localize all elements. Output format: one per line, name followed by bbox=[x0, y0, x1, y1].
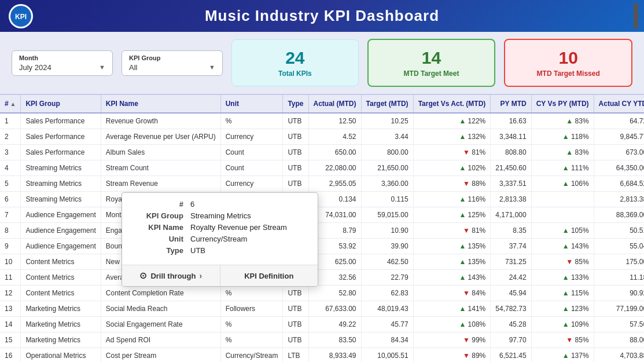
arrow-up-icon: ▲ bbox=[459, 211, 466, 219]
cell-actual-cy: 6,684.52 bbox=[594, 176, 644, 192]
cell-cy-vs-py: ▲ 123% bbox=[531, 301, 594, 317]
arrow-down-icon: ▼ bbox=[463, 289, 470, 297]
cell-target: 10,005.51 bbox=[361, 348, 413, 363]
kpi-group-label: KPI Group bbox=[129, 54, 215, 61]
cell-actual-cy: 673.00 bbox=[594, 145, 644, 160]
cell-actual-cy: 2,813.38 bbox=[594, 192, 644, 207]
kpi-definition-button[interactable]: KPI Definition bbox=[220, 265, 318, 286]
table-row[interactable]: 5 Streaming Metrics Stream Revenue Curre… bbox=[0, 176, 644, 192]
col-type[interactable]: Type bbox=[283, 95, 308, 113]
month-select[interactable]: July 2024 ▼ bbox=[19, 63, 105, 72]
kpi-group-select[interactable]: All ▼ bbox=[129, 63, 215, 72]
cell-cy-vs-py: ▲ 143% bbox=[531, 239, 594, 254]
arrow-up-icon: ▲ bbox=[459, 117, 466, 125]
table-row[interactable]: 12 Content Metrics Content Completion Ra… bbox=[0, 286, 644, 301]
table-row[interactable]: 9 Audience Engagement Bounce Rate % LTB … bbox=[0, 239, 644, 254]
col-actual-mtd[interactable]: Actual (MTD) bbox=[308, 95, 361, 113]
cell-tvsa: ▲ 125% bbox=[413, 207, 491, 223]
cell-cy-vs-py: ▲ 137% bbox=[531, 348, 594, 363]
page-title: Music Industry KPI Dashboard bbox=[205, 7, 439, 25]
table-row[interactable]: 11 Content Metrics Average Play Time per… bbox=[0, 270, 644, 286]
cell-target: 59,015.00 bbox=[361, 207, 413, 223]
cell-tvsa: ▼ 81% bbox=[413, 223, 491, 239]
cell-actual-cy: 64,350.00 bbox=[594, 160, 644, 176]
table-row[interactable]: 1 Sales Performance Revenue Growth % UTB… bbox=[0, 113, 644, 129]
mtd-missed-label: MTD Target Missed bbox=[517, 70, 620, 78]
table-row[interactable]: 3 Sales Performance Album Sales Count UT… bbox=[0, 145, 644, 160]
cell-actual-cy: 88,369.00 bbox=[594, 207, 644, 223]
cell-num: 14 bbox=[0, 317, 21, 332]
arrow-down-icon: ▼ bbox=[566, 258, 573, 266]
month-value: July 2024 bbox=[19, 63, 51, 72]
cell-group: Marketing Metrics bbox=[21, 332, 101, 348]
col-kpi-group[interactable]: KPI Group bbox=[21, 95, 101, 113]
table-row[interactable]: 4 Streaming Metrics Stream Count Count U… bbox=[0, 160, 644, 176]
arrow-up-icon: ▲ bbox=[562, 164, 569, 172]
col-py-mtd[interactable]: PY MTD bbox=[491, 95, 531, 113]
table-row[interactable]: 15 Marketing Metrics Ad Spend ROI % UTB … bbox=[0, 332, 644, 348]
table-row[interactable]: 14 Marketing Metrics Social Engagement R… bbox=[0, 317, 644, 332]
cell-type: UTB bbox=[283, 176, 308, 192]
arrow-up-icon: ▲ bbox=[459, 273, 466, 281]
cell-type: UTB bbox=[283, 129, 308, 145]
month-label: Month bbox=[19, 54, 105, 61]
cell-cy-vs-py: ▲ 118% bbox=[531, 129, 594, 145]
arrow-up-icon: ▲ bbox=[459, 242, 466, 250]
arrow-up-icon: ▲ bbox=[566, 148, 573, 156]
tooltip-type-val: UTB bbox=[190, 246, 205, 255]
arrow-up-icon: ▲ bbox=[566, 117, 573, 125]
cell-unit: Currency bbox=[220, 129, 283, 145]
arrow-down-icon: ▼ bbox=[463, 180, 470, 188]
tooltip-row-type: Type UTB bbox=[131, 246, 308, 255]
col-num[interactable]: # ▲ bbox=[0, 95, 21, 113]
cell-unit: Count bbox=[220, 160, 283, 176]
cell-py-mtd: 97.70 bbox=[491, 332, 531, 348]
col-unit[interactable]: Unit bbox=[220, 95, 283, 113]
cell-num: 10 bbox=[0, 254, 21, 270]
col-cy-vs-py[interactable]: CY Vs PY (MTD) bbox=[531, 95, 594, 113]
col-target-vs-act[interactable]: Target Vs Act. (MTD) bbox=[413, 95, 491, 113]
cell-cy-vs-py: ▲ 111% bbox=[531, 160, 594, 176]
arrow-up-icon: ▲ bbox=[562, 180, 569, 188]
cell-group: Streaming Metrics bbox=[21, 192, 101, 207]
month-filter[interactable]: Month July 2024 ▼ bbox=[12, 50, 113, 76]
kpi-group-filter[interactable]: KPI Group All ▼ bbox=[122, 50, 223, 76]
col-target-mtd[interactable]: Target (MTD) bbox=[361, 95, 413, 113]
cell-num: 16 bbox=[0, 348, 21, 363]
cell-unit: % bbox=[220, 317, 283, 332]
cell-group: Content Metrics bbox=[21, 286, 101, 301]
cell-actual: 49.22 bbox=[308, 317, 361, 332]
cell-target: 84.34 bbox=[361, 332, 413, 348]
arrow-up-icon: ▲ bbox=[459, 258, 466, 266]
table-row[interactable]: 13 Marketing Metrics Social Media Reach … bbox=[0, 301, 644, 317]
kpi-definition-label: KPI Definition bbox=[244, 272, 293, 280]
mtd-meet-number: 14 bbox=[380, 48, 483, 67]
col-kpi-name[interactable]: KPI Name bbox=[101, 95, 220, 113]
cell-unit: % bbox=[220, 332, 283, 348]
table-wrapper[interactable]: # ▲ KPI Group KPI Name Unit Type Actual … bbox=[0, 95, 644, 362]
tooltip-num-label: # bbox=[131, 200, 183, 209]
scrollbar[interactable] bbox=[634, 3, 638, 29]
kpi-group-value: All bbox=[129, 63, 137, 72]
cell-name: Album Sales bbox=[101, 145, 220, 160]
arrow-up-icon: ▲ bbox=[562, 133, 569, 141]
tooltip-body: # 6 KPI Group Streaming Metrics KPI Name… bbox=[122, 193, 318, 265]
total-kpis-label: Total KPIs bbox=[244, 70, 347, 78]
cell-py-mtd: 16.63 bbox=[491, 113, 531, 129]
table-row[interactable]: 10 Content Metrics New Content Released … bbox=[0, 254, 644, 270]
col-actual-cy-ytd[interactable]: Actual CY YTD bbox=[594, 95, 644, 113]
cell-actual-cy: 55.04 bbox=[594, 239, 644, 254]
cell-group: Marketing Metrics bbox=[21, 301, 101, 317]
table-row[interactable]: 8 Audience Engagement Engagement Rate % … bbox=[0, 223, 644, 239]
table-row[interactable]: 7 Audience Engagement Monthly Active Use… bbox=[0, 207, 644, 223]
table-row[interactable]: 16 Operational Metrics Cost per Stream C… bbox=[0, 348, 644, 363]
filters-bar: Month July 2024 ▼ KPI Group All ▼ 24 Tot… bbox=[0, 32, 644, 95]
cell-type: LTB bbox=[283, 348, 308, 363]
table-row[interactable]: 2 Sales Performance Average Revenue per … bbox=[0, 129, 644, 145]
drill-through-button[interactable]: ⊙ Drill through › bbox=[122, 265, 220, 286]
cell-num: 13 bbox=[0, 301, 21, 317]
arrow-up-icon: ▲ bbox=[562, 352, 569, 360]
total-kpis-card: 24 Total KPIs bbox=[231, 39, 359, 86]
cell-cy-vs-py: ▲ 109% bbox=[531, 317, 594, 332]
table-row[interactable]: 6 Streaming Metrics Royalty Revenue per … bbox=[0, 192, 644, 207]
